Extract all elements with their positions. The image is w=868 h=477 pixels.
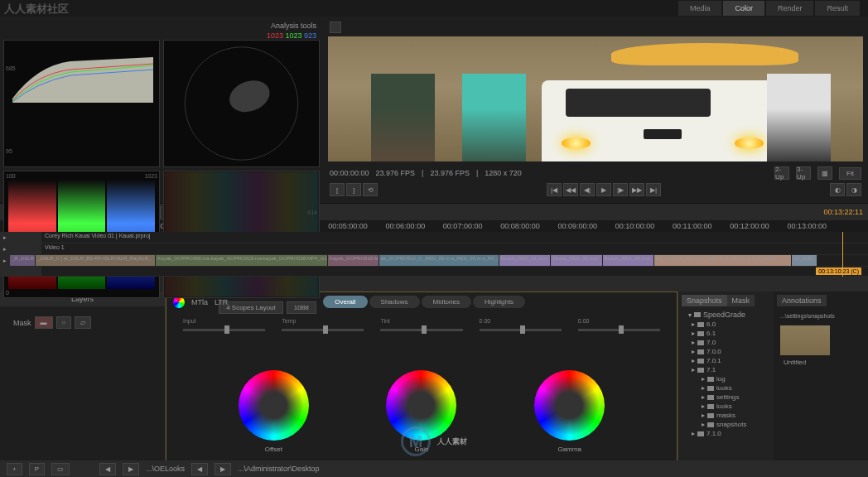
tree-item[interactable]: ▸ snapshots xyxy=(682,420,770,429)
bottom-bar: + P ▭ ◀ ▶ ...\OELooks ◀ ▶ ...\Administra… xyxy=(0,460,868,477)
tree-root[interactable]: ▾ SpeedGrade xyxy=(682,310,770,320)
scope-vectorscope[interactable] xyxy=(163,40,320,167)
tree-item[interactable]: ▸ 7.1 xyxy=(682,365,770,374)
bb-nav-back2[interactable]: ◀ xyxy=(191,463,208,475)
bb-nav-fwd[interactable]: ▶ xyxy=(123,463,139,475)
grid-icon[interactable]: ▦ xyxy=(817,166,832,180)
track-head-clips[interactable]: ▸ xyxy=(0,255,10,266)
fit-dropdown[interactable]: Fit xyxy=(839,167,861,180)
timeline-clip[interactable]: ek_GOPRO010_0 _RED_00.m a_RED_05.m a_RK_… xyxy=(379,255,499,266)
tab-color[interactable]: Color xyxy=(723,1,764,16)
tab-render[interactable]: Render xyxy=(766,1,814,16)
goto-start-button[interactable]: |◀ xyxy=(547,183,562,196)
mode-midtones[interactable]: Midtones xyxy=(422,296,471,308)
timeline-clip[interactable]: Kayak_GOPRO006.ma-kayak_GOPRO018.ma-kaya… xyxy=(156,255,327,266)
viewer-res: 1280 x 720 xyxy=(485,169,522,177)
scope-waveform[interactable]: 685 95 xyxy=(3,40,160,167)
slider-5[interactable] xyxy=(578,329,660,331)
mask-btn1[interactable]: ▬ xyxy=(35,316,53,329)
track-head-v1[interactable]: ▸ xyxy=(0,243,41,254)
rtab-mask[interactable]: Mask xyxy=(727,295,755,306)
rgb-r: 1023 xyxy=(267,31,283,40)
tab-media[interactable]: Media xyxy=(678,1,722,16)
timeline-clip[interactable]: Kayak_GOPRO018.MP4 xyxy=(328,255,379,266)
timeline-clip[interactable]: LR_SLR xyxy=(792,255,817,266)
mask-btn3[interactable]: ▱ xyxy=(75,316,91,329)
sequence-name: Corey Rich Kauai Video 01 | Kauai.prproj xyxy=(41,232,153,243)
ffwd-button[interactable]: ▶▶ xyxy=(629,183,644,196)
layers-panel: Layers Mask ▬ ○ ▱ ▸ Primary Reset xyxy=(0,292,166,477)
viewer-image[interactable] xyxy=(328,36,863,161)
viewer-timecode: 00:00:00:00 xyxy=(330,169,369,177)
bb-nav-fwd2[interactable]: ▶ xyxy=(215,463,231,475)
viewer-opt2-button[interactable]: ◑ xyxy=(846,183,861,196)
tree-item[interactable]: ▸ settings xyxy=(682,393,770,402)
wheel-gamma[interactable] xyxy=(534,370,605,441)
watermark-logo-icon: M xyxy=(401,426,431,456)
rtab-snapshots[interactable]: Snapshots xyxy=(682,295,727,306)
play-button[interactable]: ▶ xyxy=(596,183,611,196)
tl-tc-readout: 00:13:10:23 (C) xyxy=(816,267,861,275)
timeline-clip[interactable]: Beach_RED_03.mov xyxy=(603,255,654,266)
tree-item[interactable]: ▸ 7.0.1 xyxy=(682,356,770,365)
out-point-button[interactable]: ] xyxy=(346,183,361,196)
tab-result[interactable]: Result xyxy=(815,1,860,16)
tree-item[interactable]: ▸ masks xyxy=(682,411,770,420)
mode-highlights[interactable]: Highlights xyxy=(473,296,525,308)
bb-path2: ...\Administrator\Desktop xyxy=(238,465,320,473)
tree-item[interactable]: ▸ looks xyxy=(682,402,770,411)
up2-button[interactable]: 2-Up xyxy=(774,166,789,180)
tl-end-tc: 00:13:22:11 xyxy=(823,208,863,216)
mtla-label[interactable]: MTla xyxy=(191,298,208,306)
tree-item[interactable]: ▸ 7.1.0 xyxy=(682,429,770,438)
tree-item[interactable]: ▸ 7.0.0 xyxy=(682,347,770,356)
in-point-button[interactable]: [ xyxy=(330,183,345,196)
slider-input[interactable] xyxy=(183,329,265,331)
viewer-menu-icon[interactable] xyxy=(330,22,341,33)
timeline-clip[interactable]: LR_ Vehicle_RED_01, SLR_SLR_081 ol_DSLR_… xyxy=(654,255,792,266)
bb-nav-back[interactable]: ◀ xyxy=(99,463,116,475)
step-back-button[interactable]: ◀| xyxy=(580,183,595,196)
rtab-annot[interactable]: Annotations xyxy=(777,295,827,306)
viewer-opt1-button[interactable]: ◐ xyxy=(830,183,845,196)
snapshot-path: ...\settings\snapshots xyxy=(777,310,865,322)
mode-shadows[interactable]: Shadows xyxy=(369,296,420,308)
timeline-clip[interactable]: Beach_RED_02.mov xyxy=(551,255,602,266)
tree-item[interactable]: ▸ 7.0 xyxy=(682,338,770,347)
track-head-seq[interactable]: ▸ xyxy=(0,232,41,243)
timeline-clip[interactable]: _R_DSLR xyxy=(10,255,36,266)
playhead[interactable] xyxy=(842,232,843,277)
tree-item[interactable]: ▸ 6.1 xyxy=(682,329,770,338)
scopes-panel: Analysis tools 1023 1023 923 685 95 100 … xyxy=(0,17,323,203)
bb-opt2[interactable]: ▭ xyxy=(51,463,70,475)
goto-end-button[interactable]: ▶| xyxy=(646,183,661,196)
bb-add-icon[interactable]: + xyxy=(7,463,22,475)
clips-row[interactable]: _R_DSLR_DSLR_C | al_DSLR_BS-RK-ISLR-ISLR… xyxy=(10,255,868,266)
track-label-v1: Video 1 xyxy=(41,243,68,254)
watermark-center: M 人人素材 xyxy=(401,426,467,456)
mask-btn2[interactable]: ○ xyxy=(56,316,72,329)
tree-item[interactable]: ▸ looks xyxy=(682,383,770,393)
tree-item[interactable]: ▸ 6.0 xyxy=(682,320,770,329)
ltr-label[interactable]: LTR xyxy=(215,298,228,306)
wheel-offset[interactable] xyxy=(239,370,309,441)
mask-label: Mask xyxy=(13,319,31,327)
rewind-button[interactable]: ◀◀ xyxy=(563,183,578,196)
up3-button[interactable]: 3-Up xyxy=(796,166,811,180)
top-tabs: Media Color Render Result xyxy=(678,1,860,16)
slider-temp[interactable] xyxy=(282,329,364,331)
svg-point-1 xyxy=(225,75,274,118)
loop-button[interactable]: ⟲ xyxy=(363,183,378,196)
viewer-panel: 00:00:00:00 23.976 FPS| 23.976 FPS| 1280… xyxy=(323,17,868,203)
slider-4[interactable] xyxy=(480,329,562,331)
timeline-clip[interactable]: Beach_RED_01.mov xyxy=(499,255,551,266)
snapshot-thumb[interactable] xyxy=(780,325,830,355)
slider-tint[interactable] xyxy=(380,329,462,331)
bb-opt1[interactable]: P xyxy=(29,463,45,475)
watermark-topleft: 人人素材社区 xyxy=(4,2,69,17)
top-bar: Media Color Render Result xyxy=(0,0,868,17)
tree-item[interactable]: ▸ log xyxy=(682,374,770,383)
timeline-clip[interactable]: _DSLR_C | al_DSLR_BS-RK-ISLR-ISLR_RaySLR… xyxy=(36,255,156,266)
mode-overall[interactable]: Overall xyxy=(323,296,367,308)
step-fwd-button[interactable]: |▶ xyxy=(613,183,628,196)
